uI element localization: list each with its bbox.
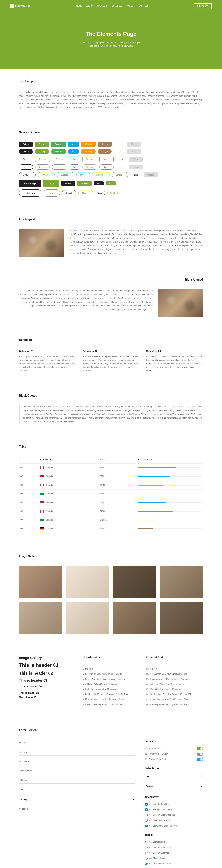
info-button[interactable]: Info <box>68 142 79 147</box>
list-item: Protective Preventative Maintenance <box>146 687 203 692</box>
size-button[interactable]: Small <box>95 191 105 195</box>
danger-button[interactable]: Danger <box>98 149 112 154</box>
disable-button[interactable]: Disable <box>144 173 158 177</box>
info-button[interactable]: Info <box>69 164 80 169</box>
info-button[interactable]: Info <box>69 157 80 162</box>
checkbox[interactable] <box>145 814 148 816</box>
default-button[interactable]: Default <box>19 164 33 169</box>
nav-schedule[interactable]: SCHEDULE <box>112 4 122 8</box>
nav-home[interactable]: HOME <box>76 4 82 8</box>
primary-button[interactable]: Primary <box>35 149 49 154</box>
gallery-image[interactable] <box>160 601 203 634</box>
size-button[interactable]: Small <box>107 191 118 195</box>
warning-button[interactable]: Warning → <box>92 172 109 178</box>
first-name-input[interactable] <box>19 739 135 746</box>
size-button[interactable]: Default <box>62 190 76 195</box>
info-button[interactable]: Info → <box>76 172 90 178</box>
disable-button[interactable]: Disable <box>127 149 141 154</box>
danger-button[interactable]: Danger <box>99 157 114 162</box>
danger-button[interactable]: Danger <box>99 164 114 169</box>
switch-toggle[interactable] <box>197 752 203 756</box>
list-item: For Women Only Your Computer Usage <box>83 672 139 677</box>
city-select[interactable]: City <box>145 773 203 780</box>
switch-toggle[interactable] <box>197 747 203 750</box>
size-button[interactable]: Extra Large <box>19 189 41 196</box>
info-button[interactable]: Info <box>68 149 79 154</box>
default-button[interactable]: Default → <box>19 172 36 178</box>
default-button[interactable]: Default <box>19 157 33 162</box>
success-button[interactable]: Success <box>52 157 67 162</box>
logo-icon <box>10 4 14 8</box>
nav-about[interactable]: ABOUT <box>86 4 93 8</box>
disable-button[interactable]: Disable <box>129 157 143 162</box>
list-item: Addiction When Gambling Becomes <box>83 682 139 687</box>
gallery-image[interactable] <box>19 601 62 634</box>
size-button[interactable]: Large <box>43 189 60 196</box>
city-select[interactable]: City <box>19 786 135 793</box>
last-name-input[interactable] <box>19 749 135 755</box>
danger-button[interactable]: Danger <box>98 142 112 147</box>
size-button[interactable]: Medium <box>78 190 93 195</box>
size-button[interactable]: Extra Large <box>19 180 41 187</box>
nav-pages[interactable]: PAGES ▾ <box>127 4 135 8</box>
size-button[interactable]: Large <box>43 180 59 187</box>
disable-button[interactable]: Disable <box>129 164 143 169</box>
message-input[interactable] <box>19 806 135 816</box>
size-button[interactable]: Small <box>94 181 103 185</box>
gallery-image[interactable] <box>66 566 109 598</box>
checkbox[interactable] <box>145 825 148 827</box>
logo[interactable]: Conference <box>10 4 31 8</box>
radio[interactable] <box>145 852 148 854</box>
warning-button[interactable]: Warning <box>81 142 96 147</box>
primary-button[interactable]: Primary <box>35 157 50 162</box>
primary-button[interactable]: Primary → <box>38 172 55 178</box>
success-button[interactable]: Success <box>51 142 66 147</box>
country-select[interactable]: Country <box>145 783 203 790</box>
warning-button[interactable]: Warning <box>83 157 97 162</box>
checkbox[interactable] <box>145 803 148 806</box>
link-button[interactable]: Link <box>114 142 125 147</box>
table-row: 08Canada645032 <box>19 524 203 533</box>
gallery-image[interactable] <box>160 566 203 598</box>
gallery-image[interactable] <box>113 566 156 598</box>
nav-speakers[interactable]: SPEAKERS <box>97 4 107 8</box>
address-input[interactable] <box>19 777 135 784</box>
link-button[interactable]: Link <box>114 149 125 154</box>
success-button[interactable]: Success <box>51 149 66 154</box>
warning-button[interactable]: Warning <box>81 149 96 154</box>
radio[interactable] <box>145 857 148 860</box>
size-button[interactable]: Small <box>106 181 116 185</box>
warning-button[interactable]: Warning <box>83 164 97 169</box>
default-button[interactable]: Default <box>19 142 33 147</box>
success-button[interactable]: Success <box>52 164 67 169</box>
primary-button[interactable]: Primary <box>35 164 50 169</box>
success-button[interactable]: Success → <box>57 172 74 178</box>
list-item: Make Myspace Your Best Designed Space <box>146 697 203 702</box>
size-button[interactable]: Default <box>61 181 75 186</box>
gallery-image[interactable] <box>66 601 109 634</box>
primary-button[interactable]: Primary <box>35 142 49 147</box>
default-button[interactable]: Default <box>19 149 33 154</box>
size-button[interactable]: Medium <box>77 181 92 186</box>
email-input[interactable] <box>19 768 135 774</box>
checkbox[interactable] <box>145 808 148 811</box>
nav-contact[interactable]: CONTACT <box>139 4 148 8</box>
sample-paragraph: Every avid independent filmmaker has Bol… <box>19 90 203 109</box>
section-title: Sample Buttons <box>19 130 203 137</box>
radio[interactable] <box>145 841 148 843</box>
link-button[interactable]: Link <box>116 157 127 162</box>
switch-toggle[interactable] <box>197 758 203 761</box>
disable-button[interactable]: Disable <box>127 142 141 147</box>
radio[interactable] <box>145 846 148 849</box>
buy-ticket-button[interactable]: BUY TICKET <box>194 3 212 9</box>
link-button[interactable]: Link <box>116 164 127 169</box>
last-name-input-2[interactable] <box>19 758 135 765</box>
checkbox[interactable] <box>145 819 148 822</box>
gallery-image[interactable] <box>19 566 62 598</box>
gallery-image[interactable] <box>113 601 156 634</box>
radio[interactable] <box>145 863 148 865</box>
link-button[interactable]: Link <box>130 173 141 177</box>
country-select[interactable]: Country <box>19 796 135 803</box>
danger-button[interactable]: Danger → <box>112 172 128 178</box>
list-item: Cleaning And Organizing Your Computer <box>83 702 139 707</box>
